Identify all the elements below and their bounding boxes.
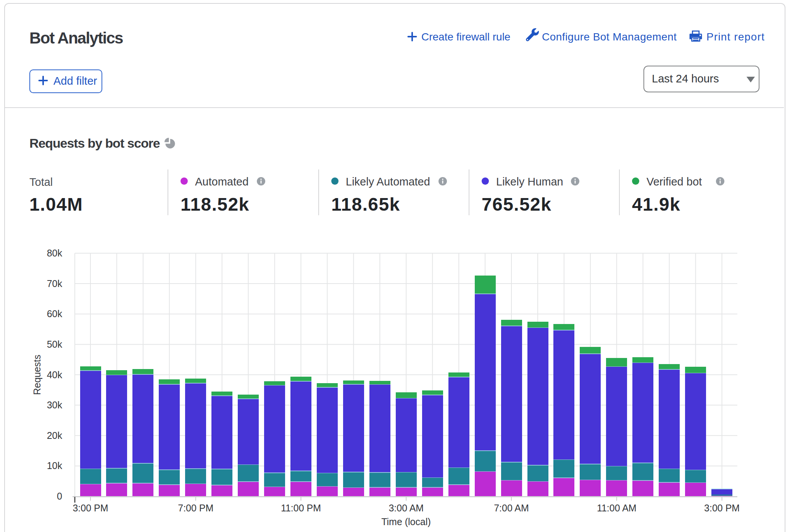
svg-text:30k: 30k: [47, 400, 63, 410]
svg-text:0: 0: [57, 491, 62, 501]
svg-text:7:00 AM: 7:00 AM: [494, 503, 529, 513]
svg-text:3:00 PM: 3:00 PM: [704, 503, 740, 513]
svg-text:60k: 60k: [47, 308, 63, 319]
svg-text:50k: 50k: [47, 339, 63, 350]
svg-text:20k: 20k: [47, 430, 63, 441]
svg-text:3:00 PM: 3:00 PM: [73, 503, 108, 513]
svg-text:70k: 70k: [47, 278, 63, 289]
svg-text:3:00 AM: 3:00 AM: [389, 503, 424, 513]
svg-text:Requests: Requests: [32, 355, 42, 395]
svg-text:11:00 AM: 11:00 AM: [597, 503, 637, 513]
svg-text:40k: 40k: [47, 369, 63, 380]
svg-text:11:00 PM: 11:00 PM: [281, 503, 321, 513]
svg-text:Time (local): Time (local): [381, 516, 431, 527]
svg-text:7:00 PM: 7:00 PM: [178, 503, 213, 513]
svg-text:80k: 80k: [47, 248, 63, 258]
svg-text:10k: 10k: [47, 460, 63, 471]
